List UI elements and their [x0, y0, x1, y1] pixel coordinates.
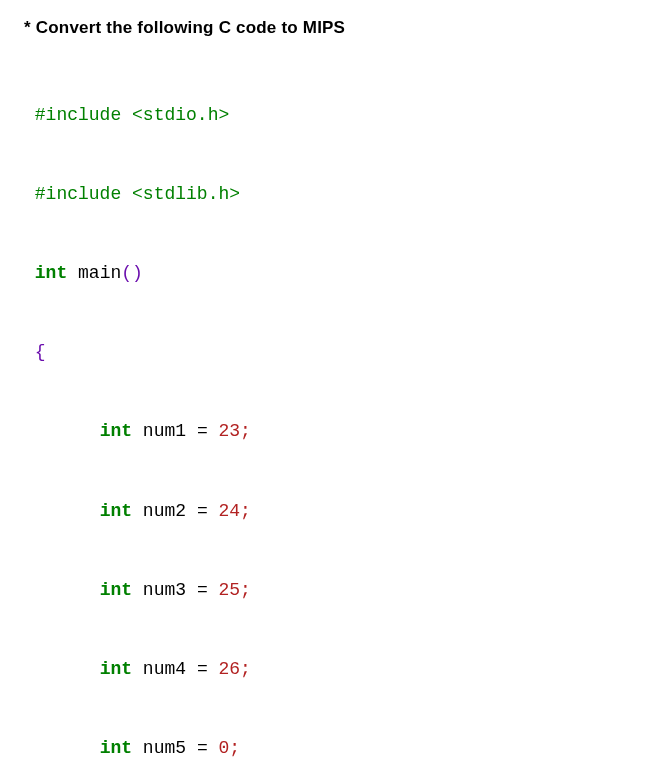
val-num5: 0: [219, 738, 230, 758]
open-paren: (: [121, 263, 132, 283]
id-num5: num5: [143, 738, 186, 758]
page-title: * Convert the following C code to MIPS: [24, 18, 636, 38]
kw-int: int: [100, 738, 132, 758]
op-assign: =: [197, 659, 208, 679]
val-num3: 25: [219, 580, 241, 600]
code-block: #include <stdio.h> #include <stdlib.h> i…: [24, 56, 636, 767]
kw-int: int: [100, 501, 132, 521]
semicolon: ;: [240, 421, 251, 441]
id-num3: num3: [143, 580, 186, 600]
semicolon: ;: [240, 580, 251, 600]
kw-int: int: [100, 659, 132, 679]
id-num2: num2: [143, 501, 186, 521]
val-num2: 24: [219, 501, 241, 521]
op-assign: =: [197, 738, 208, 758]
pp-include-stdio: #include <stdio.h>: [35, 105, 229, 125]
kw-int: int: [100, 580, 132, 600]
preprocessor-line: #include <stdlib.h>: [24, 184, 240, 204]
id-main: main: [78, 263, 121, 283]
op-assign: =: [197, 421, 208, 441]
decl-num2: int num2 = 24;: [24, 501, 251, 521]
val-num4: 26: [219, 659, 241, 679]
decl-num1: int num1 = 23;: [24, 421, 251, 441]
val-num1: 23: [219, 421, 241, 441]
func-signature: int main(): [24, 263, 143, 283]
decl-num5: int num5 = 0;: [24, 738, 240, 758]
id-num1: num1: [143, 421, 186, 441]
semicolon: ;: [240, 659, 251, 679]
op-assign: =: [197, 580, 208, 600]
kw-int: int: [100, 421, 132, 441]
op-assign: =: [197, 501, 208, 521]
open-brace: {: [35, 342, 46, 362]
pp-include-stdlib: #include <stdlib.h>: [35, 184, 240, 204]
decl-num4: int num4 = 26;: [24, 659, 251, 679]
id-num4: num4: [143, 659, 186, 679]
preprocessor-line: #include <stdio.h>: [24, 105, 229, 125]
close-paren: ): [132, 263, 143, 283]
decl-num3: int num3 = 25;: [24, 580, 251, 600]
semicolon: ;: [229, 738, 240, 758]
kw-int: int: [35, 263, 67, 283]
semicolon: ;: [240, 501, 251, 521]
